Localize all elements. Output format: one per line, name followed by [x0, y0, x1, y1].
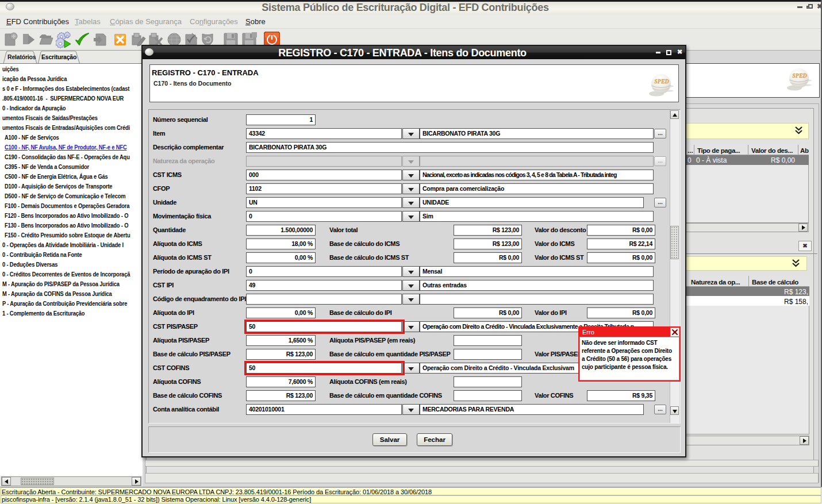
svg-text:SPED: SPED: [654, 78, 669, 84]
svg-text:SPED: SPED: [792, 72, 807, 79]
